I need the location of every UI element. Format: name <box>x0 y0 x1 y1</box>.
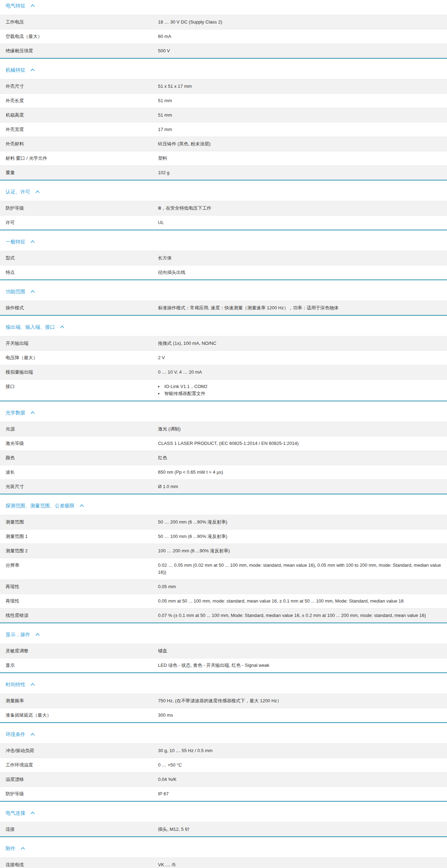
section-header[interactable]: 探测范围、测量范围、公差极限 <box>0 494 447 515</box>
spec-value: 2 V <box>158 351 447 365</box>
spec-section: 一般特征 型式 长方体 特点 径向插头出线 <box>0 230 447 280</box>
spec-row: 激光等级 CLASS 1 LASER PRODUCT, (IEC 60825-1… <box>0 436 447 451</box>
spec-section: 显示，操作 灵敏度调整 键盘 显示 LED 绿色 - 状态, 黄色 - 开关输出… <box>0 623 447 673</box>
spec-section: 电气连接 连接 插头, M12, 5 针 <box>0 802 447 837</box>
spec-label: 激光等级 <box>0 436 158 451</box>
spec-value: CLASS 1 LASER PRODUCT, (IEC 60825-1:2014… <box>158 436 447 451</box>
spec-row: 操作模式 标准操作模式：常规应用, 速度：快速测量（测量速率 1200 Hz），… <box>0 301 447 315</box>
spec-row: 外壳材料 锌压铸件 (黑色, 粉末涂层) <box>0 137 447 151</box>
spec-value: 0.05 mm at 50 ... 100 mm, mode: standard… <box>158 594 447 608</box>
section-header[interactable]: 电气特征 <box>0 0 447 15</box>
section-title: 认证、许可 <box>6 189 30 194</box>
spec-section: 输出端、输入端、接口 开关输出端 推挽式 (1x), 100 mA, NO/NC… <box>0 316 447 401</box>
section-rows: 防护等级 Ⅲ，在安全特低电压下工作 许可 UL <box>0 201 447 230</box>
spec-value: 650 nm (Pp < 0.65 mW t = 4 µs) <box>158 465 447 479</box>
chevron-up-icon[interactable] <box>21 847 25 850</box>
spec-row: 电压降（最大） 2 V <box>0 350 447 365</box>
spec-row: 外壳尺寸 51 x 51 x 17 mm <box>0 79 447 93</box>
section-header[interactable]: 功能范围 <box>0 280 447 301</box>
spec-label: 外壳宽度 <box>0 123 158 137</box>
spec-label: 外壳材料 <box>0 137 158 151</box>
spec-row: 测量范围 1 50 … 100 mm (6 ...90% 漫反射率) <box>0 529 447 544</box>
spec-label: 操作模式 <box>0 301 158 315</box>
section-title: 一般特征 <box>6 239 25 244</box>
section-header[interactable]: 输出端、输入端、接口 <box>0 316 447 336</box>
chevron-up-icon[interactable] <box>35 633 40 636</box>
spec-section: 机械特征 外壳尺寸 51 x 51 x 17 mm 外壳长度 51 mm 机箱高… <box>0 59 447 180</box>
section-rows: 外壳尺寸 51 x 51 x 17 mm 外壳长度 51 mm 机箱高度 51 … <box>0 79 447 180</box>
spec-bullet-item: 智能传感器配置文件 <box>163 390 441 397</box>
spec-row: 连接电缆 VK .... /5 <box>0 857 447 868</box>
spec-section: 时间特性 测量频率 750 Hz, (在不带滤波器的速度传感器模式下，最大 12… <box>0 673 447 723</box>
chevron-up-icon[interactable] <box>31 811 35 814</box>
chevron-up-icon[interactable] <box>31 240 35 243</box>
spec-row: 测量频率 750 Hz, (在不带滤波器的速度传感器模式下，最大 1200 Hz… <box>0 693 447 708</box>
spec-section: 附件 连接电缆 VK .... /5 <box>0 837 447 868</box>
spec-label: 电压降（最大） <box>0 351 158 365</box>
spec-row: 型式 长方体 <box>0 251 447 265</box>
chevron-up-icon[interactable] <box>35 190 40 193</box>
spec-value: 径向插头出线 <box>158 265 447 280</box>
spec-row: 接口 IO-Link V1.1，COM2智能传感器配置文件 <box>0 379 447 401</box>
spec-label: 外壳长度 <box>0 94 158 108</box>
chevron-up-icon[interactable] <box>31 411 35 414</box>
chevron-up-icon[interactable] <box>60 326 64 328</box>
chevron-up-icon[interactable] <box>31 68 35 71</box>
spec-value: 激光 (调制) <box>158 422 447 436</box>
section-rows: 开关输出端 推挽式 (1x), 100 mA, NO/NC 电压降（最大） 2 … <box>0 336 447 401</box>
spec-value: 长方体 <box>158 251 447 265</box>
section-header[interactable]: 附件 <box>0 837 447 857</box>
section-header[interactable]: 光学数据 <box>0 401 447 422</box>
spec-label: 重量 <box>0 166 158 180</box>
spec-value: 0.02 … 0.05 mm (0.02 mm at 50 ... 100 mm… <box>158 558 447 579</box>
chevron-up-icon[interactable] <box>31 683 35 686</box>
spec-row: 光斑尺寸 Ø 1.0 mm <box>0 479 447 494</box>
spec-section: 光学数据 光源 激光 (调制) 激光等级 CLASS 1 LASER PRODU… <box>0 401 447 494</box>
spec-value: 100 … 200 mm (6 ...90% 漫反射率) <box>158 544 447 558</box>
spec-row: 光源 激光 (调制) <box>0 422 447 436</box>
spec-label: 防护等级 <box>0 787 158 801</box>
spec-section: 环境条件 冲击/振动负荷 30 g, 10 … 55 Hz / 0.5 mm 工… <box>0 723 447 802</box>
spec-label: 工作环境温度 <box>0 758 158 772</box>
spec-value: 51 x 51 x 17 mm <box>158 79 447 93</box>
chevron-up-icon[interactable] <box>31 733 35 736</box>
section-header[interactable]: 显示，操作 <box>0 623 447 644</box>
spec-label: 再现性 <box>0 580 158 594</box>
spec-label: 温度漂移 <box>0 772 158 787</box>
spec-label: 机箱高度 <box>0 108 158 122</box>
section-header[interactable]: 电气连接 <box>0 802 447 822</box>
spec-row: 工作环境温度 0 … +50 °C <box>0 758 447 772</box>
spec-row: 显示 LED 绿色 - 状态, 黄色 - 开关输出端, 红色 - Signal … <box>0 658 447 672</box>
section-header[interactable]: 认证、许可 <box>0 180 447 201</box>
section-header[interactable]: 环境条件 <box>0 723 447 743</box>
section-header[interactable]: 一般特征 <box>0 230 447 251</box>
spec-section: 探测范围、测量范围、公差极限 测量范围 50 … 200 mm (6 ...90… <box>0 494 447 623</box>
section-title: 功能范围 <box>6 289 25 294</box>
chevron-up-icon[interactable] <box>31 290 35 293</box>
spec-row: 外壳宽度 17 mm <box>0 122 447 137</box>
section-rows: 测量频率 750 Hz, (在不带滤波器的速度传感器模式下，最大 1200 Hz… <box>0 693 447 722</box>
spec-row: 测量范围 50 … 200 mm (6 ...90% 漫反射率) <box>0 515 447 529</box>
section-title: 电气连接 <box>6 810 25 815</box>
spec-label: 测量范围 <box>0 515 158 529</box>
spec-row: 机箱高度 51 mm <box>0 108 447 122</box>
section-rows: 型式 长方体 特点 径向插头出线 <box>0 251 447 280</box>
spec-value: 50 … 200 mm (6 ...90% 漫反射率) <box>158 515 447 529</box>
section-title: 时间特性 <box>6 682 25 687</box>
spec-value: 500 V <box>158 44 447 58</box>
spec-label: 工作电压 <box>0 15 158 29</box>
spec-row: 分辨率 0.02 … 0.05 mm (0.02 mm at 50 ... 10… <box>0 558 447 579</box>
section-title: 探测范围、测量范围、公差极限 <box>6 503 74 508</box>
section-header[interactable]: 时间特性 <box>0 673 447 693</box>
chevron-up-icon[interactable] <box>80 504 84 507</box>
section-rows: 连接电缆 VK .... /5 <box>0 857 447 868</box>
spec-value: 18 … 30 V DC (Supply Class 2) <box>158 15 447 29</box>
section-title: 显示，操作 <box>6 632 30 637</box>
spec-label: 空载电流（最大） <box>0 29 158 44</box>
spec-label: 型式 <box>0 251 158 265</box>
section-header[interactable]: 机械特征 <box>0 59 447 79</box>
spec-row: 模拟量输出端 0 … 10 V, 4 … 20 mA <box>0 365 447 379</box>
chevron-up-icon[interactable] <box>31 4 35 7</box>
spec-label: 颜色 <box>0 451 158 465</box>
section-title: 输出端、输入端、接口 <box>6 324 55 329</box>
